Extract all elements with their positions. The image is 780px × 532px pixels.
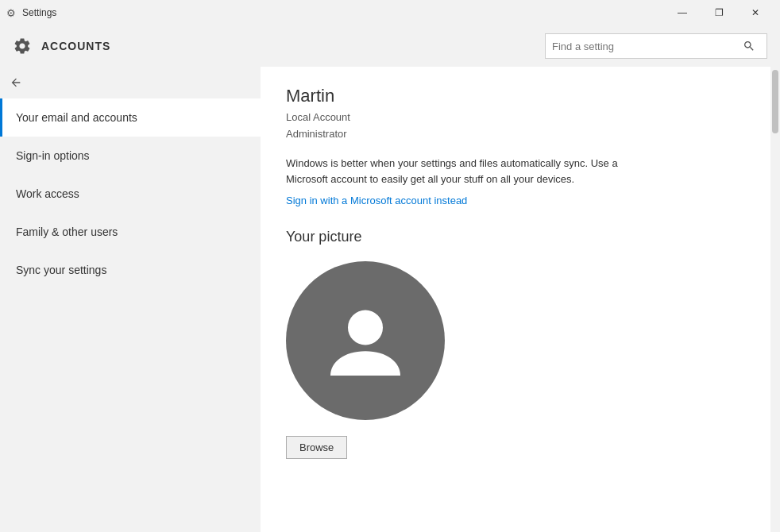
sidebar-item-family[interactable]: Family & other users	[0, 213, 261, 251]
header-left: ACCOUNTS	[13, 37, 110, 56]
sidebar-item-your-email[interactable]: Your email and accounts	[0, 98, 261, 137]
scrollbar[interactable]	[770, 67, 780, 532]
main-content: Your email and accounts Sign-in options …	[0, 67, 780, 532]
picture-section-title: Your picture	[286, 229, 745, 245]
title-bar-icon: ⚙	[6, 7, 16, 19]
sidebar-item-work-access[interactable]: Work access	[0, 175, 261, 213]
title-bar-controls: — ❐ ✕	[664, 0, 774, 25]
title-bar-left: ⚙ Settings	[6, 7, 56, 19]
sidebar-item-sign-in[interactable]: Sign-in options	[0, 137, 261, 175]
header-title: ACCOUNTS	[41, 40, 110, 52]
back-button[interactable]	[0, 67, 261, 98]
accounts-icon	[13, 37, 32, 56]
sidebar-item-sync[interactable]: Sync your settings	[0, 251, 261, 289]
close-button[interactable]: ✕	[737, 0, 774, 25]
title-bar: ⚙ Settings — ❐ ✕	[0, 0, 780, 25]
title-bar-title: Settings	[22, 7, 56, 18]
content-panel: Martin Local Account Administrator Windo…	[261, 67, 770, 532]
sync-message: Windows is better when your settings and…	[286, 156, 635, 189]
scrollbar-thumb[interactable]	[772, 70, 778, 133]
minimize-button[interactable]: —	[664, 0, 701, 25]
avatar	[286, 261, 445, 420]
search-input[interactable]	[546, 40, 736, 52]
account-type: Local Account	[286, 110, 745, 126]
account-role: Administrator	[286, 126, 745, 143]
maximize-button[interactable]: ❐	[701, 0, 737, 25]
user-name: Martin	[286, 86, 745, 106]
ms-account-link[interactable]: Sign in with a Microsoft account instead	[286, 195, 745, 206]
sidebar: Your email and accounts Sign-in options …	[0, 67, 261, 532]
header-bar: ACCOUNTS	[0, 25, 780, 67]
browse-button[interactable]: Browse	[286, 436, 347, 459]
search-box	[545, 33, 767, 59]
svg-point-0	[348, 310, 383, 345]
search-button[interactable]	[736, 33, 762, 59]
